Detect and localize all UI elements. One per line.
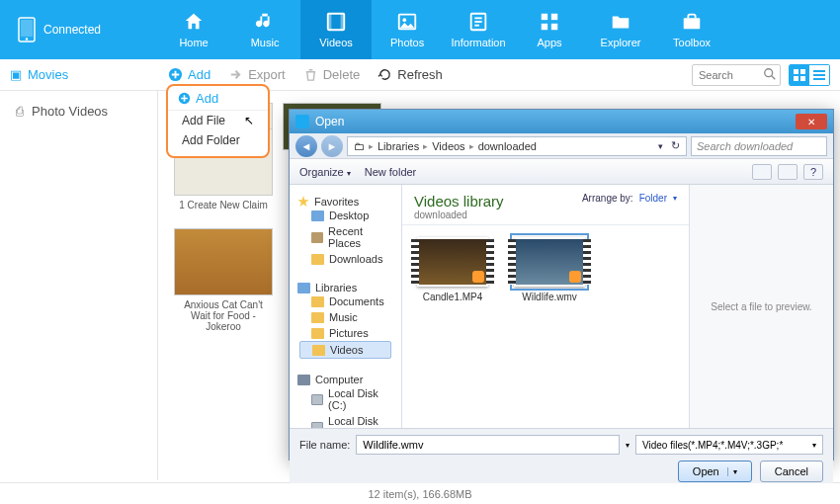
cancel-button[interactable]: Cancel bbox=[760, 461, 823, 482]
dialog-titlebar[interactable]: Open ✕ bbox=[290, 110, 833, 133]
plus-circle-icon bbox=[168, 67, 183, 82]
help-button[interactable]: ? bbox=[803, 164, 823, 180]
filename-dropdown-icon[interactable]: ▾ bbox=[626, 441, 630, 450]
nav-toolbox[interactable]: Toolbox bbox=[656, 0, 727, 59]
file-item-wildlife[interactable]: Wildlife.wmv bbox=[511, 237, 588, 416]
svg-rect-1 bbox=[21, 20, 33, 37]
dialog-search-box[interactable]: Search downloaded bbox=[691, 136, 827, 156]
export-button[interactable]: Export bbox=[228, 67, 286, 82]
dialog-search-placeholder: Search downloaded bbox=[697, 140, 793, 152]
device-status-text: Connected bbox=[43, 23, 101, 37]
nav-toolbox-label: Toolbox bbox=[673, 37, 711, 48]
nav-forward-button[interactable]: ► bbox=[321, 135, 343, 157]
nav-libraries-header[interactable]: Libraries bbox=[297, 282, 393, 294]
dialog-address-bar: ◄ ► 🗀 ▸ Libraries ▸ Videos ▸ downloaded … bbox=[290, 133, 833, 159]
sidebar-header-movies[interactable]: ▣ Movies bbox=[10, 67, 158, 82]
path-seg-downloaded[interactable]: downloaded bbox=[478, 140, 537, 152]
thumb-caption: 1 Create New Claim bbox=[174, 200, 273, 210]
open-button[interactable]: Open▾ bbox=[678, 461, 752, 482]
svg-rect-15 bbox=[551, 24, 557, 30]
nav-back-button[interactable]: ◄ bbox=[295, 135, 317, 157]
view-toggle bbox=[789, 64, 830, 86]
nav-explorer[interactable]: Explorer bbox=[585, 0, 656, 59]
nav-videos[interactable]: Videos bbox=[300, 0, 372, 59]
path-seg-videos[interactable]: Videos bbox=[432, 140, 464, 152]
nav-explorer-label: Explorer bbox=[601, 37, 641, 48]
svg-rect-14 bbox=[542, 24, 547, 30]
search-box[interactable] bbox=[692, 64, 781, 86]
preview-hint-text: Select a file to preview. bbox=[711, 301, 811, 312]
dialog-app-icon bbox=[295, 115, 309, 128]
folder-icon bbox=[610, 11, 631, 33]
path-refresh-icon[interactable]: ↻ bbox=[671, 139, 680, 152]
nav-computer-header[interactable]: Computer bbox=[297, 374, 393, 385]
nav-desktop[interactable]: Desktop bbox=[297, 208, 393, 223]
svg-rect-13 bbox=[551, 14, 557, 20]
nav-photos[interactable]: Photos bbox=[372, 0, 443, 59]
dialog-close-button[interactable]: ✕ bbox=[796, 114, 827, 129]
file-filter-dropdown[interactable]: Video files(*.MP4;*.M4V;*.3GP;*▾ bbox=[635, 435, 823, 455]
content-thumbs: 1 Create New Claim Anxious Cat Can't Wai… bbox=[174, 128, 283, 332]
arrange-by[interactable]: Arrange by: Folder ▾ bbox=[582, 193, 677, 204]
nav-downloads[interactable]: Downloads bbox=[297, 251, 393, 267]
nav-disk-d[interactable]: Local Disk (D:) bbox=[297, 413, 393, 428]
path-dropdown-icon[interactable]: ▾ bbox=[658, 141, 663, 151]
film-icon bbox=[325, 11, 347, 33]
nav-pictures[interactable]: Pictures bbox=[297, 325, 393, 341]
breadcrumb-path[interactable]: 🗀 ▸ Libraries ▸ Videos ▸ downloaded ▾ ↻ bbox=[347, 136, 687, 156]
organize-button[interactable]: Organize ▾ bbox=[299, 166, 351, 178]
svg-rect-23 bbox=[800, 76, 805, 81]
file-filter-text: Video files(*.MP4;*.M4V;*.3GP;* bbox=[642, 440, 783, 451]
film-small-icon: ▣ bbox=[10, 67, 22, 82]
path-seg-libraries[interactable]: Libraries bbox=[378, 140, 419, 152]
arrange-by-value[interactable]: Folder bbox=[639, 193, 667, 204]
trash-icon bbox=[303, 67, 318, 82]
view-grid-button[interactable] bbox=[790, 65, 809, 85]
open-button-label: Open bbox=[693, 465, 719, 477]
nav-photos-label: Photos bbox=[390, 37, 424, 48]
nav-recent-places[interactable]: Recent Places bbox=[297, 223, 393, 251]
nav-music[interactable]: Music bbox=[229, 0, 300, 59]
nav-videos-lib[interactable]: Videos bbox=[299, 341, 391, 359]
export-label: Export bbox=[248, 67, 286, 82]
file-open-dialog: Open ✕ ◄ ► 🗀 ▸ Libraries ▸ Videos ▸ down… bbox=[289, 109, 834, 461]
filename-input[interactable] bbox=[356, 435, 620, 455]
sidebar-item-photo-videos[interactable]: ⎙ Photo Videos bbox=[0, 99, 157, 124]
refresh-button[interactable]: Refresh bbox=[378, 67, 443, 82]
svg-rect-16 bbox=[684, 18, 701, 29]
file-name-label: Wildlife.wmv bbox=[522, 292, 577, 302]
nav-disk-c[interactable]: Local Disk (C:) bbox=[297, 385, 393, 413]
nav-information[interactable]: Information bbox=[443, 0, 514, 59]
filename-label: File name: bbox=[299, 439, 350, 451]
nav-music-lib[interactable]: Music bbox=[297, 309, 393, 325]
left-sidebar: ⎙ Photo Videos bbox=[0, 91, 158, 480]
open-split-icon[interactable]: ▾ bbox=[727, 467, 737, 476]
toolbox-icon bbox=[681, 11, 703, 33]
svg-rect-22 bbox=[794, 76, 798, 81]
nav-documents[interactable]: Documents bbox=[297, 294, 393, 309]
add-button[interactable]: Add bbox=[168, 67, 210, 82]
nav-home[interactable]: Home bbox=[158, 0, 229, 59]
svg-point-18 bbox=[765, 68, 773, 76]
apps-icon bbox=[539, 11, 560, 33]
nav-apps[interactable]: Apps bbox=[514, 0, 585, 59]
refresh-label: Refresh bbox=[397, 67, 443, 82]
dialog-nav-pane: Favorites Desktop Recent Places Download… bbox=[290, 185, 402, 428]
file-item-candle[interactable]: Candle1.MP4 bbox=[414, 237, 491, 416]
refresh-icon bbox=[378, 67, 392, 82]
preview-pane-button[interactable] bbox=[778, 164, 798, 180]
dialog-footer: File name: ▾ Video files(*.MP4;*.M4V;*.3… bbox=[290, 428, 833, 483]
image-icon bbox=[396, 11, 418, 33]
view-mode-button[interactable] bbox=[752, 164, 772, 180]
add-folder-item[interactable]: Add Folder bbox=[168, 130, 268, 150]
camera-icon: ⎙ bbox=[16, 104, 24, 119]
music-icon bbox=[254, 11, 276, 33]
library-subtitle: downloaded bbox=[414, 210, 504, 220]
thumb-card[interactable]: Anxious Cat Can't Wait for Food - Jokero… bbox=[174, 228, 273, 332]
nav-apps-label: Apps bbox=[538, 37, 562, 48]
view-list-button[interactable] bbox=[809, 65, 829, 85]
delete-button[interactable]: Delete bbox=[303, 67, 361, 82]
nav-favorites-header[interactable]: Favorites bbox=[297, 196, 393, 208]
new-folder-button[interactable]: New folder bbox=[365, 166, 417, 178]
status-bar: 12 item(s), 166.68MB bbox=[0, 482, 840, 504]
